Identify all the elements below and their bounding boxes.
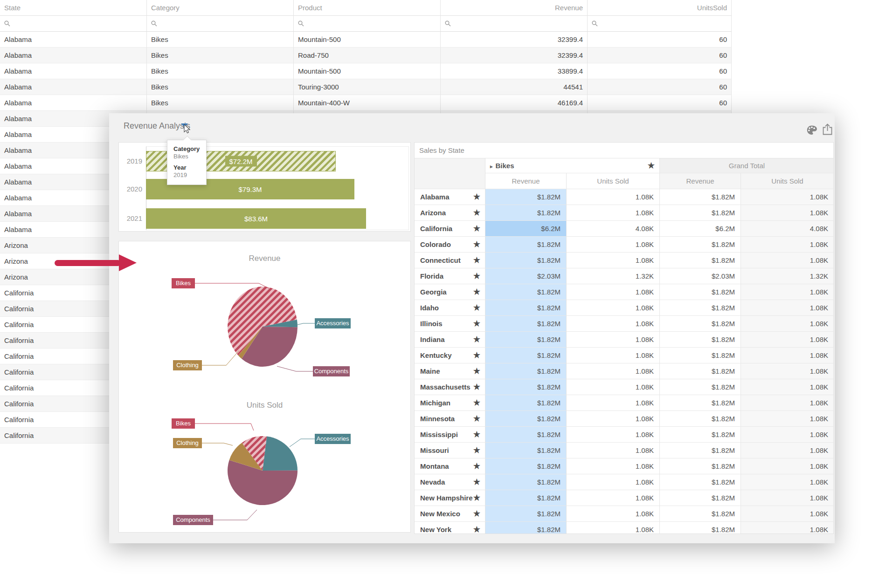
pivot-cell-bikes-revenue[interactable]: $1.82M: [485, 522, 567, 534]
star-icon[interactable]: ★: [473, 348, 480, 363]
pivot-cell-bikes-revenue[interactable]: $1.82M: [485, 458, 567, 474]
pivot-cell-bikes-revenue[interactable]: $1.82M: [485, 348, 567, 363]
pivot-cell-grand-units[interactable]: 1.08K: [741, 363, 834, 379]
pivot-cell-grand-revenue[interactable]: $2.03M: [660, 268, 741, 284]
pivot-cell-bikes-revenue[interactable]: $1.82M: [485, 490, 567, 506]
pivot-cell-grand-units[interactable]: 1.08K: [741, 458, 834, 474]
pivot-cell-bikes-revenue[interactable]: $1.82M: [485, 237, 567, 253]
pivot-row-header-indiana[interactable]: Indiana★: [415, 332, 485, 348]
pivot-cell-bikes-revenue[interactable]: $1.82M: [485, 363, 567, 379]
pivot-cell-grand-revenue[interactable]: $1.82M: [660, 522, 741, 534]
pivot-cell-bikes-revenue[interactable]: $1.82M: [485, 189, 567, 205]
export-icon[interactable]: [823, 123, 832, 135]
pivot-cell-grand-revenue[interactable]: $1.82M: [660, 348, 741, 363]
grid-filter-input-category[interactable]: [147, 16, 294, 32]
pivot-row-header-colorado[interactable]: Colorado★: [415, 237, 485, 253]
pivot-cell-grand-units[interactable]: 1.08K: [741, 490, 834, 506]
pivot-cell-bikes-revenue[interactable]: $6.2M: [485, 221, 567, 237]
pivot-cell-grand-units[interactable]: 1.08K: [741, 443, 834, 458]
star-icon[interactable]: ★: [473, 506, 480, 521]
pivot-cell-grand-units[interactable]: 1.08K: [741, 506, 834, 522]
pivot-cell-grand-revenue[interactable]: $1.82M: [660, 237, 741, 253]
pivot-row-header-california[interactable]: California★: [415, 221, 485, 237]
pivot-measure-header[interactable]: Revenue: [485, 173, 567, 189]
grid-header-product[interactable]: Product: [294, 0, 441, 16]
pivot-row-header-arizona[interactable]: Arizona★: [415, 205, 485, 221]
pivot-row-header-illinois[interactable]: Illinois★: [415, 316, 485, 332]
pivot-cell-grand-revenue[interactable]: $1.82M: [660, 411, 741, 427]
star-icon[interactable]: ★: [473, 363, 480, 379]
pivot-cell-grand-units[interactable]: 1.08K: [741, 379, 834, 395]
pivot-row-header-mississippi[interactable]: Mississippi★: [415, 427, 485, 443]
star-icon[interactable]: ★: [473, 411, 480, 426]
pivot-cell-grand-revenue[interactable]: $1.82M: [660, 506, 741, 522]
star-icon[interactable]: ★: [473, 268, 480, 284]
star-icon[interactable]: ★: [473, 474, 480, 490]
pivot-cell-bikes-units[interactable]: 1.08K: [567, 284, 660, 300]
star-icon[interactable]: ★: [648, 158, 655, 173]
pivot-row-header-montana[interactable]: Montana★: [415, 458, 485, 474]
expand-icon[interactable]: ▸: [490, 164, 493, 169]
pivot-cell-bikes-units[interactable]: 1.08K: [567, 332, 660, 348]
pivot-cell-grand-revenue[interactable]: $1.82M: [660, 379, 741, 395]
pivot-cell-bikes-units[interactable]: 1.08K: [567, 395, 660, 411]
pivot-cell-grand-units[interactable]: 1.08K: [741, 348, 834, 363]
pivot-row-header-new-hampshire[interactable]: New Hampshire★: [415, 490, 485, 506]
pivot-cell-grand-units[interactable]: 1.08K: [741, 253, 834, 268]
pivot-cell-bikes-units[interactable]: 4.08K: [567, 221, 660, 237]
pivot-cell-bikes-units[interactable]: 1.08K: [567, 379, 660, 395]
pivot-cell-bikes-units[interactable]: 1.08K: [567, 316, 660, 332]
star-icon[interactable]: ★: [473, 237, 480, 252]
pivot-row-header-maine[interactable]: Maine★: [415, 363, 485, 379]
table-row[interactable]: AlabamaBikesTouring-30004454160: [0, 79, 732, 95]
pivot-cell-bikes-revenue[interactable]: $1.82M: [485, 506, 567, 522]
pivot-row-header-michigan[interactable]: Michigan★: [415, 395, 485, 411]
pivot-cell-grand-revenue[interactable]: $1.82M: [660, 395, 741, 411]
pivot-row-header-nevada[interactable]: Nevada★: [415, 474, 485, 490]
pivot-cell-bikes-revenue[interactable]: $1.82M: [485, 443, 567, 458]
pivot-row-header-georgia[interactable]: Georgia★: [415, 284, 485, 300]
grid-header-category[interactable]: Category: [147, 0, 294, 16]
pivot-cell-bikes-revenue[interactable]: $1.82M: [485, 395, 567, 411]
pivot-cell-bikes-units[interactable]: 1.08K: [567, 411, 660, 427]
pivot-cell-grand-revenue[interactable]: $6.2M: [660, 221, 741, 237]
pivot-cell-grand-revenue[interactable]: $1.82M: [660, 189, 741, 205]
star-icon[interactable]: ★: [473, 395, 480, 410]
pivot-cell-bikes-revenue[interactable]: $1.82M: [485, 284, 567, 300]
star-icon[interactable]: ★: [473, 253, 480, 268]
pivot-cell-bikes-units[interactable]: 1.08K: [567, 205, 660, 221]
star-icon[interactable]: ★: [473, 379, 480, 395]
pie-slice-accessories[interactable]: [263, 437, 298, 471]
pivot-cell-bikes-revenue[interactable]: $2.03M: [485, 268, 567, 284]
grid-header-state[interactable]: State: [0, 0, 147, 16]
grid-filter-input-unitssold[interactable]: [588, 16, 732, 32]
pivot-cell-bikes-revenue[interactable]: $1.82M: [485, 411, 567, 427]
pivot-cell-grand-revenue[interactable]: $1.82M: [660, 284, 741, 300]
pivot-cell-bikes-units[interactable]: 1.08K: [567, 458, 660, 474]
pivot-row-header-idaho[interactable]: Idaho★: [415, 300, 485, 316]
pivot-cell-grand-revenue[interactable]: $1.82M: [660, 300, 741, 316]
table-row[interactable]: AlabamaBikesMountain-50033899.460: [0, 63, 732, 79]
pivot-cell-grand-units[interactable]: 1.08K: [741, 411, 834, 427]
pivot-cell-bikes-units[interactable]: 1.32K: [567, 268, 660, 284]
grid-filter-input-revenue[interactable]: [441, 16, 588, 32]
pivot-cell-grand-units[interactable]: 1.08K: [741, 237, 834, 253]
pivot-cell-bikes-units[interactable]: 1.08K: [567, 253, 660, 268]
star-icon[interactable]: ★: [473, 189, 480, 205]
star-icon[interactable]: ★: [473, 284, 480, 300]
star-icon[interactable]: ★: [473, 458, 480, 474]
pivot-cell-bikes-units[interactable]: 1.08K: [567, 490, 660, 506]
pivot-cell-grand-revenue[interactable]: $1.82M: [660, 316, 741, 332]
pivot-row-header-florida[interactable]: Florida★: [415, 268, 485, 284]
pivot-cell-bikes-revenue[interactable]: $1.82M: [485, 427, 567, 443]
pivot-cell-grand-revenue[interactable]: $1.82M: [660, 363, 741, 379]
star-icon[interactable]: ★: [473, 443, 480, 458]
star-icon[interactable]: ★: [473, 221, 480, 236]
pivot-cell-bikes-revenue[interactable]: $1.82M: [485, 474, 567, 490]
table-row[interactable]: AlabamaBikesMountain-50032399.460: [0, 32, 732, 48]
pivot-cell-bikes-units[interactable]: 1.08K: [567, 363, 660, 379]
pivot-cell-bikes-units[interactable]: 1.08K: [567, 189, 660, 205]
pivot-cell-grand-units[interactable]: 1.08K: [741, 300, 834, 316]
pivot-measure-header[interactable]: Units Sold: [567, 173, 660, 189]
pivot-row-header-connecticut[interactable]: Connecticut★: [415, 253, 485, 268]
